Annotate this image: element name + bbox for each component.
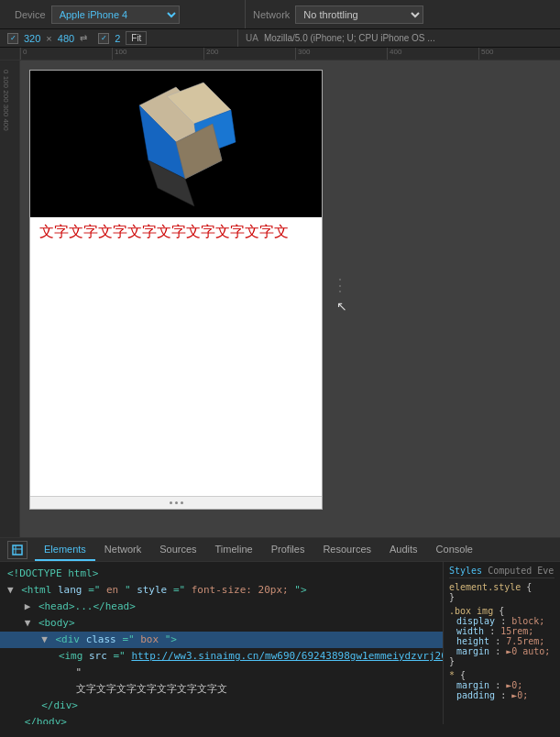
body-tag: <body> xyxy=(38,617,75,629)
inspect-icon xyxy=(12,544,23,556)
zoom-value: 2 xyxy=(115,33,120,44)
expand-html[interactable]: ▼ xyxy=(7,584,14,596)
chinese-dom-text: 文字文字文字文字文字文字文字文 xyxy=(76,683,227,695)
swap-icon[interactable]: ⇄ xyxy=(80,33,87,43)
dimension-height: 480 xyxy=(58,33,74,44)
tab-resources[interactable]: Resources xyxy=(313,538,380,561)
quote-text: " xyxy=(76,666,82,678)
html-eq1: =" xyxy=(88,584,100,596)
devtools-panel: Elements Network Sources Timeline Profil… xyxy=(0,537,560,724)
device-section: Device Apple iPhone 4 xyxy=(7,0,246,28)
ua-text: Mozilla/5.0 (iPhone; U; CPU iPhone OS ..… xyxy=(264,33,435,43)
dom-line-quote: " xyxy=(0,665,443,681)
dom-line-html: ▼ <html lang =" en " style =" font-size:… xyxy=(0,582,443,599)
ruler-tick-0: 0 xyxy=(20,48,27,60)
box-img-display: display : block; xyxy=(449,616,555,626)
img-src-attr: src xyxy=(89,650,107,662)
top-toolbar: Device Apple iPhone 4 Network No throttl… xyxy=(0,0,560,29)
tab-elements[interactable]: Elements xyxy=(35,538,95,561)
network-select[interactable]: No throttling xyxy=(295,6,423,24)
box-img-height: height : 7.5rem; xyxy=(449,636,555,646)
html-lang-attr: lang xyxy=(58,584,82,596)
div-class-attr: class xyxy=(86,633,116,645)
dom-line-div[interactable]: ▼ <div class =" box "> xyxy=(0,632,443,648)
html-style-val: font-size: 20px; xyxy=(192,584,289,596)
tab-profiles[interactable]: Profiles xyxy=(262,538,314,561)
dom-line-body: ▼ <body> xyxy=(0,615,443,632)
dot-1 xyxy=(170,501,172,504)
img-src-link[interactable]: http://ww3.sinaimg.cn/mw690/69243898gw1e… xyxy=(131,650,443,662)
tab-audits[interactable]: Audits xyxy=(380,538,427,561)
expand-div[interactable]: ▼ xyxy=(41,633,48,645)
dom-line-chinese: 文字文字文字文字文字文字文字文 xyxy=(0,681,443,698)
style-rule-element: element.style { } xyxy=(449,582,555,602)
cursor-indicator: ↖ xyxy=(336,299,347,314)
div-tag: <div xyxy=(56,633,86,645)
box-img-close: } xyxy=(449,656,455,666)
box-img-width: width : 15rem; xyxy=(449,626,555,636)
star-padding: padding : ►0; xyxy=(449,690,555,700)
div-class-val: box xyxy=(140,633,159,645)
ruler-tick-100: 100 xyxy=(112,48,126,60)
tab-timeline[interactable]: Timeline xyxy=(206,538,262,561)
star-selector: * { xyxy=(449,670,466,680)
devtools-content: <!DOCTYPE html> ▼ <html lang =" en " sty… xyxy=(0,562,560,724)
styles-tabs-row: Styles Computed Eve xyxy=(449,566,555,578)
doctype-tag: <!DOCTYPE html> xyxy=(7,567,98,579)
style-rule-star: * { margin : ►0; padding : ►0; xyxy=(449,670,555,700)
dom-line-head: ▶ <head>...</head> xyxy=(0,599,443,615)
ruler-area: 0 100 200 300 400 500 xyxy=(0,48,560,60)
dimension-width: 320 xyxy=(24,33,40,44)
devtools-icon-btn[interactable] xyxy=(7,541,27,559)
img-tag: <img xyxy=(59,650,89,662)
html-close1: " xyxy=(125,584,137,596)
html-close2: "> xyxy=(294,584,306,596)
div-eq: =" xyxy=(122,633,134,645)
styles-tab-computed[interactable]: Computed xyxy=(488,566,532,576)
styles-tab-eve[interactable]: Eve xyxy=(537,566,554,576)
ua-label: UA xyxy=(246,33,258,43)
ruler-tick-200: 200 xyxy=(203,48,218,60)
checkbox-icon[interactable]: ✓ xyxy=(7,33,18,44)
viewport-container: 文字文字文字文字文字文字文字文字文 ⋮ ↖ xyxy=(20,60,560,537)
tab-network[interactable]: Network xyxy=(95,538,150,561)
html-eq2: =" xyxy=(173,584,185,596)
styles-tab-styles[interactable]: Styles xyxy=(449,566,482,576)
device-scroll-indicator xyxy=(170,501,183,504)
body-close-tag: </body> xyxy=(25,716,67,724)
tab-sources[interactable]: Sources xyxy=(150,538,205,561)
device-frame: 文字文字文字文字文字文字文字文字文 xyxy=(29,70,323,510)
toolbar2: ✓ 320 × 480 ⇄ ✓ 2 Fit UA Mozilla/5.0 (iP… xyxy=(0,29,560,48)
expand-head[interactable]: ▶ xyxy=(25,600,31,612)
head-tag: <head>...</head> xyxy=(38,600,136,612)
fit-button[interactable]: Fit xyxy=(126,31,147,45)
device-bottom-bar xyxy=(30,496,322,509)
device-image-area xyxy=(30,71,322,217)
html-tag: <html xyxy=(21,584,58,596)
device-select[interactable]: Apple iPhone 4 xyxy=(51,6,180,24)
ruler-vertical: 0 100 200 300 400 xyxy=(0,60,20,537)
dimension-x: × xyxy=(46,33,51,44)
ruler-tick-500: 500 xyxy=(478,48,493,60)
element-style-selector: element.style { xyxy=(449,582,532,592)
star-margin: margin : ►0; xyxy=(449,680,555,690)
dom-line-body-close: </body> xyxy=(0,714,443,724)
expand-body[interactable]: ▼ xyxy=(25,617,31,629)
html-lang-val: en xyxy=(106,584,118,596)
dom-line-img: <img src =" http://ww3.sinaimg.cn/mw690/… xyxy=(0,648,443,665)
styles-panel: Styles Computed Eve element.style { } .b… xyxy=(443,562,560,724)
style-rule-box-img: .box img { display : block; width : 15re… xyxy=(449,606,555,666)
dot-3 xyxy=(181,501,183,504)
resize-handle[interactable]: ⋮ xyxy=(332,275,348,295)
ruler-tick-400: 400 xyxy=(387,48,401,60)
dom-line-doctype: <!DOCTYPE html> xyxy=(0,566,443,582)
main-viewport: 0 100 200 300 400 xyxy=(0,60,560,537)
network-label: Network xyxy=(253,9,290,20)
div-close-tag: </div> xyxy=(41,699,78,711)
element-style-close: } xyxy=(449,592,455,602)
tab-console[interactable]: Console xyxy=(427,538,482,561)
ruler-horizontal: 0 100 200 300 400 500 xyxy=(20,48,560,60)
div-close: "> xyxy=(165,633,177,645)
device-chinese-text: 文字文字文字文字文字文字文字文字文 xyxy=(30,217,322,242)
zoom-checkbox[interactable]: ✓ xyxy=(98,33,109,44)
